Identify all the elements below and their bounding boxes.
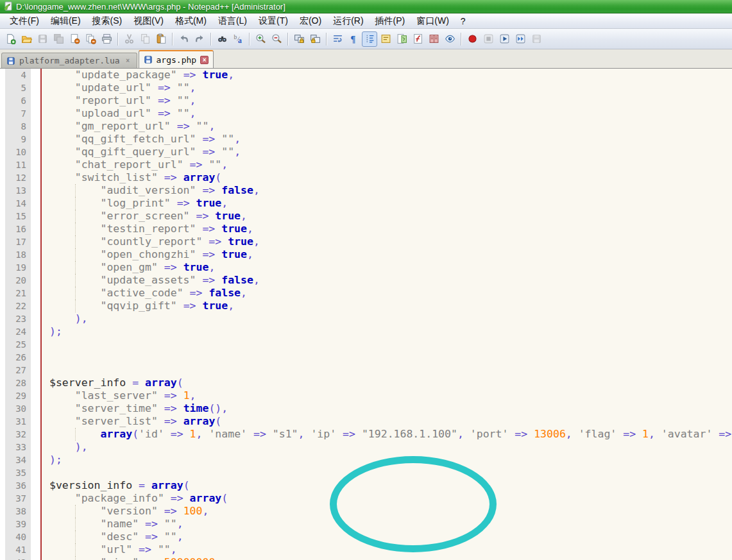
code-line[interactable]: "active_code" => false, (42, 287, 732, 300)
line-number[interactable]: 39 (5, 518, 31, 530)
line-number[interactable]: 42 (5, 556, 31, 560)
code-line[interactable]: "qqvip_gift" => true, (42, 300, 732, 312)
code-line[interactable]: "name" => "", (42, 518, 732, 530)
line-number[interactable]: 16 (5, 223, 31, 235)
code-line[interactable]: "qq_gift_fetch_url" => "", (42, 133, 732, 146)
line-number[interactable]: 5 (5, 81, 31, 94)
tab-args-php[interactable]: args.php× (139, 50, 214, 68)
macro-run-multiple-icon[interactable] (513, 31, 528, 47)
show-all-chars-icon[interactable]: ¶ (346, 31, 361, 47)
code-line[interactable]: "testin_report" => true, (42, 223, 732, 235)
menu-item[interactable]: 运行(R) (327, 14, 369, 28)
code-line[interactable] (42, 466, 732, 479)
line-number[interactable]: 32 (5, 428, 31, 441)
tab-platform-adapter-lua[interactable]: platform_adapter.lua× (1, 53, 137, 68)
menu-item[interactable]: 文件(F) (4, 14, 45, 28)
code-line[interactable]: "countly_report" => true, (42, 235, 732, 248)
user-define-dialog-icon[interactable] (378, 31, 393, 47)
menu-item[interactable]: 搜索(S) (87, 14, 128, 28)
line-number[interactable]: 17 (5, 235, 31, 248)
menu-item[interactable]: 语言(L) (212, 14, 253, 28)
code-line[interactable]: "server_list" => array( (42, 415, 732, 428)
code-line[interactable]: "size" => 50000000, (42, 556, 732, 560)
line-number[interactable]: 21 (5, 287, 31, 300)
line-number[interactable]: 38 (5, 505, 31, 518)
menu-item[interactable]: 插件(P) (370, 14, 411, 28)
new-file-icon[interactable] (3, 31, 18, 47)
line-number[interactable]: 12 (5, 171, 31, 184)
menu-item[interactable]: 窗口(W) (411, 14, 455, 28)
line-number[interactable]: 27 (5, 364, 31, 377)
code-line[interactable]: ), (42, 312, 732, 325)
line-number[interactable]: 11 (5, 158, 31, 171)
code-line[interactable]: "last_server" => 1, (42, 389, 732, 402)
code-line[interactable]: "url" => "", (42, 543, 732, 556)
menu-item[interactable]: 视图(V) (128, 14, 169, 28)
line-number[interactable]: 18 (5, 248, 31, 261)
word-wrap-icon[interactable] (330, 31, 345, 47)
line-number[interactable]: 14 (5, 197, 31, 210)
tab-close-icon[interactable]: × (200, 56, 209, 64)
line-number[interactable]: 4 (5, 69, 31, 81)
code-line[interactable]: "gm_report_url" => "", (42, 120, 732, 133)
line-number[interactable]: 25 (5, 338, 31, 351)
redo-icon[interactable] (192, 31, 207, 47)
line-number[interactable]: 9 (5, 133, 31, 146)
code-line[interactable]: ); (42, 325, 732, 338)
line-number[interactable]: 24 (5, 325, 31, 338)
code-line[interactable]: "error_screen" => true, (42, 210, 732, 223)
line-number[interactable]: 13 (5, 184, 31, 197)
code-line[interactable] (42, 351, 732, 364)
line-number[interactable]: 7 (5, 107, 31, 120)
code-line[interactable]: "update_url" => "", (42, 81, 732, 94)
line-number[interactable]: 26 (5, 351, 31, 364)
code-line[interactable]: "audit_version" => false, (42, 184, 732, 197)
line-number[interactable]: 41 (5, 543, 31, 556)
line-number[interactable]: 30 (5, 402, 31, 415)
code-line[interactable]: "log_print" => true, (42, 197, 732, 210)
paste-icon[interactable] (153, 31, 169, 47)
line-number-gutter[interactable]: 4567891011121314151617181920212223242526… (5, 69, 31, 560)
line-number[interactable]: 29 (5, 389, 31, 402)
line-number[interactable]: 20 (5, 274, 31, 287)
line-number[interactable]: 23 (5, 312, 31, 325)
code-line[interactable]: ), (42, 441, 732, 454)
menu-item[interactable]: 宏(O) (294, 14, 327, 28)
code-line[interactable]: $version_info = array( (42, 479, 732, 492)
code-area[interactable]: "update_package" => true, "update_url" =… (42, 69, 732, 560)
code-line[interactable]: $server_info = array( (42, 377, 732, 389)
code-line[interactable]: "qq_gift_query_url" => "", (42, 146, 732, 158)
print-icon[interactable] (99, 31, 114, 47)
monitoring-icon[interactable] (442, 31, 457, 47)
macro-play-icon[interactable] (497, 31, 512, 47)
line-number[interactable]: 6 (5, 94, 31, 107)
line-number[interactable]: 19 (5, 261, 31, 274)
code-line[interactable]: ); (42, 454, 732, 466)
menu-item[interactable]: 格式(M) (169, 14, 212, 28)
replace-icon[interactable]: ba (230, 31, 246, 47)
editor[interactable]: 4567891011121314151617181920212223242526… (0, 69, 732, 560)
code-line[interactable] (42, 364, 732, 377)
code-line[interactable] (42, 338, 732, 351)
document-map-icon[interactable] (394, 31, 409, 47)
menu-item[interactable]: 编辑(E) (45, 14, 87, 28)
line-number[interactable]: 35 (5, 466, 31, 479)
open-file-icon[interactable] (19, 31, 34, 47)
code-line[interactable]: "server_time" => time(), (42, 402, 732, 415)
close-all-icon[interactable] (83, 31, 98, 47)
doc-switcher-icon[interactable] (426, 31, 441, 47)
undo-icon[interactable] (176, 31, 191, 47)
code-line[interactable]: "update_package" => true, (42, 69, 732, 81)
close-icon[interactable] (67, 31, 82, 47)
code-line[interactable]: "desc" => "", (42, 530, 732, 543)
line-number[interactable]: 28 (5, 377, 31, 389)
line-number[interactable]: 34 (5, 454, 31, 466)
line-number[interactable]: 10 (5, 146, 31, 158)
code-line[interactable]: "chat_report_url" => "", (42, 158, 732, 171)
zoom-in-icon[interactable] (253, 31, 268, 47)
menu-item[interactable]: 设置(T) (253, 14, 294, 28)
macro-record-icon[interactable] (464, 31, 480, 47)
line-number[interactable]: 8 (5, 120, 31, 133)
code-line[interactable]: "switch_list" => array( (42, 171, 732, 184)
line-number[interactable]: 15 (5, 210, 31, 223)
